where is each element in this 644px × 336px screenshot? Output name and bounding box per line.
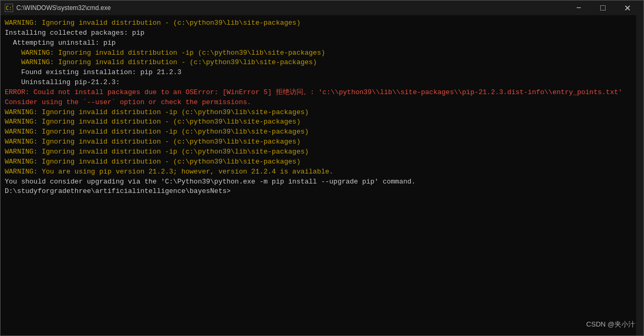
cmd-icon: C:\ (5, 4, 13, 12)
terminal-line: WARNING: Ignoring invalid distribution -… (5, 108, 639, 118)
terminal-output: WARNING: Ignoring invalid distribution -… (5, 18, 639, 197)
terminal-line: WARNING: You are using pip version 21.2.… (5, 167, 639, 177)
terminal-body[interactable]: WARNING: Ignoring invalid distribution -… (1, 15, 643, 335)
terminal-line: Attempting uninstall: pip (5, 38, 639, 48)
title-bar: C:\ C:\WINDOWS\system32\cmd.exe − □ ✕ (1, 1, 643, 15)
terminal-line: ERROR: Could not install packages due to… (5, 88, 639, 98)
close-button[interactable]: ✕ (615, 1, 639, 15)
terminal-line: WARNING: Ignoring invalid distribution -… (5, 137, 639, 147)
terminal-line: D:\studyforgradethree\artificialintellig… (5, 187, 639, 197)
terminal-line: WARNING: Ignoring invalid distribution -… (5, 117, 639, 127)
watermark: CSDN @夹小汁 (586, 320, 635, 329)
terminal-line: WARNING: Ignoring invalid distribution -… (5, 58, 639, 68)
svg-text:C:\: C:\ (6, 5, 13, 11)
terminal-line: WARNING: Ignoring invalid distribution -… (5, 147, 639, 157)
minimize-button[interactable]: − (567, 1, 591, 15)
terminal-line: Uninstalling pip-21.2.3: (5, 78, 639, 88)
cmd-window: C:\ C:\WINDOWS\system32\cmd.exe − □ ✕ WA… (0, 0, 644, 336)
terminal-line: WARNING: Ignoring invalid distribution -… (5, 127, 639, 137)
terminal-line: Installing collected packages: pip (5, 28, 639, 38)
window-title: C:\WINDOWS\system32\cmd.exe (16, 4, 567, 12)
terminal-line: WARNING: Ignoring invalid distribution -… (5, 48, 639, 58)
terminal-line: Consider using the `--user` option or ch… (5, 98, 639, 108)
terminal-line: Found existing installation: pip 21.2.3 (5, 68, 639, 78)
scrollbar[interactable] (636, 15, 643, 335)
terminal-line: WARNING: Ignoring invalid distribution -… (5, 157, 639, 167)
window-controls: − □ ✕ (567, 1, 639, 15)
terminal-line: WARNING: Ignoring invalid distribution -… (5, 18, 639, 28)
maximize-button[interactable]: □ (591, 1, 615, 15)
terminal-line: You should consider upgrading via the 'C… (5, 177, 639, 187)
